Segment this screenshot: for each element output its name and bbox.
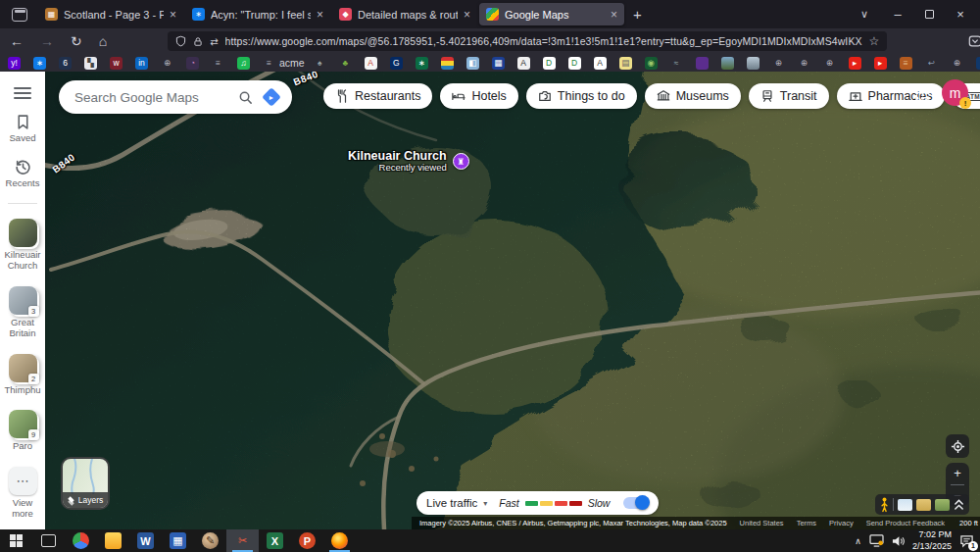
- attribution-link[interactable]: Privacy: [829, 519, 854, 527]
- url-text[interactable]: https://www.google.com/maps/@56.1785951,…: [225, 35, 862, 47]
- bookmark-item[interactable]: ◧: [466, 57, 483, 70]
- restore-button[interactable]: [913, 0, 945, 28]
- attribution-link[interactable]: Terms: [797, 519, 816, 527]
- bookmark-item[interactable]: ♫: [237, 57, 254, 70]
- tab-close-icon[interactable]: ×: [317, 8, 323, 22]
- map-scale[interactable]: 200 ft: [959, 519, 980, 527]
- bookmark-item[interactable]: ▪ paxrail: [976, 57, 980, 70]
- bookmark-item[interactable]: ▸: [874, 57, 891, 70]
- bookmark-item[interactable]: ⊕: [772, 57, 789, 70]
- bookmark-item[interactable]: ∗: [33, 57, 50, 70]
- taskbar-clock[interactable]: 7:02 PM 2/13/2025: [912, 529, 952, 552]
- pegman-icon[interactable]: [880, 497, 889, 513]
- menu-hamburger-icon[interactable]: [14, 87, 31, 99]
- search-icon[interactable]: [238, 90, 253, 105]
- bookmark-item[interactable]: ≡: [212, 57, 228, 70]
- taskbar-app-button[interactable]: [0, 529, 32, 552]
- bookmark-item[interactable]: ≡ acme: [263, 57, 305, 70]
- bookmark-item[interactable]: ⊕: [951, 57, 967, 70]
- tab-close-icon[interactable]: ×: [170, 8, 176, 22]
- home-icon[interactable]: ⌂: [99, 33, 107, 49]
- taskbar-app-button[interactable]: [323, 529, 356, 552]
- search-box[interactable]: Search Google Maps ▸: [59, 80, 292, 114]
- taskbar-app-button[interactable]: [65, 529, 97, 552]
- bookmark-item[interactable]: [721, 57, 738, 70]
- category-chip[interactable]: Museums: [645, 83, 741, 109]
- browser-tab[interactable]: ◆ Detailed maps & routes to expl ×: [332, 3, 477, 25]
- bookmark-star-icon[interactable]: ☆: [869, 34, 880, 48]
- bookmark-item[interactable]: A: [365, 57, 381, 70]
- shield-icon[interactable]: [175, 35, 186, 47]
- bookmark-item[interactable]: A: [517, 57, 534, 70]
- bookmark-item[interactable]: ⊕: [823, 57, 840, 70]
- minimize-button[interactable]: –: [882, 0, 913, 28]
- tab-close-icon[interactable]: ×: [464, 8, 470, 22]
- traffic-dropdown[interactable]: Live traffic: [426, 497, 477, 509]
- bookmark-item[interactable]: G: [390, 57, 407, 70]
- forward-icon[interactable]: →: [40, 33, 54, 49]
- taskbar-app-button[interactable]: ▦: [162, 529, 194, 552]
- category-chip[interactable]: Restaurants: [323, 83, 432, 109]
- place-thumbnail[interactable]: 2: [9, 354, 37, 382]
- reload-icon[interactable]: ↻: [71, 33, 82, 49]
- category-chip[interactable]: Transit: [749, 83, 829, 109]
- bookmark-item[interactable]: ↩: [925, 57, 942, 70]
- bookmark-item[interactable]: w: [110, 57, 126, 70]
- browser-tab[interactable]: Google Maps ×: [479, 3, 624, 25]
- chevron-down-icon[interactable]: ▾: [483, 499, 487, 508]
- browser-tab[interactable]: ▦ Scotland - Page 3 - Food and Tr ×: [38, 3, 183, 25]
- back-icon[interactable]: ←: [10, 33, 24, 49]
- url-bar[interactable]: ⇄ https://www.google.com/maps/@56.178595…: [168, 31, 887, 51]
- bookmark-item[interactable]: ⊕: [798, 57, 814, 70]
- bookmark-item[interactable]: ⊕: [161, 57, 177, 70]
- bookmark-item[interactable]: ♣: [339, 57, 356, 70]
- bookmark-item[interactable]: D: [568, 57, 585, 70]
- notifications-icon[interactable]: 1: [959, 534, 974, 548]
- new-tab-button[interactable]: +: [633, 6, 642, 23]
- bookmark-item[interactable]: ▤: [619, 57, 636, 70]
- tray-chevron-icon[interactable]: ∧: [855, 536, 861, 546]
- bookmark-item[interactable]: [696, 57, 712, 70]
- directions-button[interactable]: ▸: [261, 86, 282, 108]
- attribution-link[interactable]: Send Product Feedback: [866, 519, 945, 527]
- bookmark-item[interactable]: in: [135, 57, 152, 70]
- taskbar-app-button[interactable]: W: [129, 529, 162, 552]
- imagery-thumb-landscape[interactable]: [935, 499, 950, 511]
- bookmark-item[interactable]: ▸: [849, 57, 865, 70]
- tab-overflow-icon[interactable]: ∨: [860, 8, 868, 21]
- recent-place-item[interactable]: 2 Thimphu: [1, 354, 44, 396]
- layers-button[interactable]: Layers: [61, 457, 110, 510]
- imagery-thumb-terrain[interactable]: [916, 499, 931, 511]
- close-button[interactable]: ×: [945, 0, 976, 28]
- place-label[interactable]: Kilneuair Church Recently viewed ♜: [348, 149, 469, 174]
- taskbar-app-button[interactable]: X: [259, 529, 291, 552]
- tab-close-icon[interactable]: ×: [611, 8, 617, 22]
- traffic-toggle[interactable]: [623, 497, 649, 509]
- bookmark-item[interactable]: 6: [59, 57, 75, 70]
- firefox-view-icon[interactable]: [12, 8, 27, 22]
- bookmark-item[interactable]: ▦: [492, 57, 509, 70]
- taskbar-app-button[interactable]: ✂: [226, 529, 259, 552]
- speaker-icon[interactable]: [892, 535, 905, 547]
- taskbar-app-button[interactable]: [32, 529, 65, 552]
- bookmark-item[interactable]: ♠: [314, 57, 330, 70]
- more-icon[interactable]: ⋯: [9, 467, 37, 495]
- pocket-icon[interactable]: [968, 34, 980, 48]
- permissions-icon[interactable]: ⇄: [210, 36, 218, 47]
- taskbar-app-button[interactable]: ✎: [194, 529, 226, 552]
- bookmark-item[interactable]: y!: [8, 57, 24, 70]
- bookmark-item[interactable]: ≡: [900, 57, 916, 70]
- google-maps-viewport[interactable]: B840 B840 Kilneuair Church Recently view…: [0, 72, 980, 529]
- category-chip[interactable]: Hotels: [440, 83, 517, 109]
- recent-place-item[interactable]: 9 Paro: [1, 410, 44, 452]
- lock-icon[interactable]: [193, 36, 203, 47]
- bookmark-item[interactable]: [747, 57, 763, 70]
- browser-tab[interactable]: ∗ Acyn: "Trump: I feel sorry for Mi ×: [185, 3, 330, 25]
- bookmark-item[interactable]: ∗: [416, 57, 432, 70]
- category-chip[interactable]: Things to do: [526, 83, 637, 109]
- bookmark-item[interactable]: [441, 57, 458, 70]
- taskbar-app-button[interactable]: [97, 529, 129, 552]
- bookmark-item[interactable]: A: [594, 57, 611, 70]
- place-thumbnail[interactable]: [9, 219, 37, 247]
- historic-place-pin-icon[interactable]: ♜: [453, 153, 469, 170]
